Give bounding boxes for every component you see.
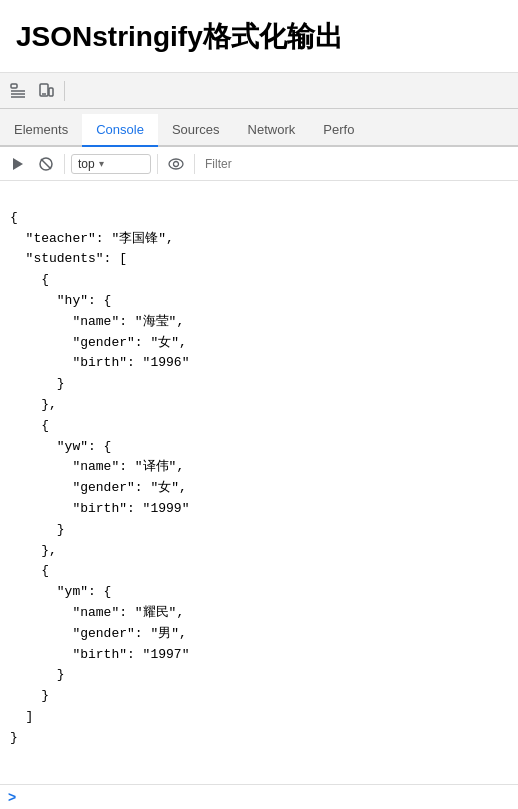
json-line: }, (8, 395, 518, 416)
json-line: "birth": "1999" (8, 499, 518, 520)
svg-rect-5 (49, 88, 53, 96)
json-line: "students": [ (8, 249, 518, 270)
json-line: { (8, 561, 518, 582)
svg-marker-7 (13, 158, 23, 170)
json-line: "name": "耀民", (8, 603, 518, 624)
json-line: { (8, 270, 518, 291)
json-line: "teacher": "李国锋", (8, 229, 518, 250)
json-line: "name": "海莹", (8, 312, 518, 333)
json-line: "birth": "1997" (8, 645, 518, 666)
json-line: "name": "译伟", (8, 457, 518, 478)
json-line: { (8, 416, 518, 437)
devtools-toolbar (0, 73, 518, 109)
json-line: "gender": "男", (8, 624, 518, 645)
inspect-icon[interactable] (4, 77, 32, 105)
tab-sources[interactable]: Sources (158, 114, 234, 147)
json-line: ] (8, 707, 518, 728)
tab-elements[interactable]: Elements (0, 114, 82, 147)
svg-point-11 (174, 161, 179, 166)
json-line: } (8, 665, 518, 686)
json-line: } (8, 520, 518, 541)
toolbar-sep-1 (64, 81, 65, 101)
json-line: "ym": { (8, 582, 518, 603)
json-output: { "teacher": "李国锋", "students": [ { "hy"… (0, 181, 518, 755)
context-selector[interactable]: top ▾ (71, 154, 151, 174)
json-line: { (8, 208, 518, 229)
json-line: } (8, 686, 518, 707)
json-line: "hy": { (8, 291, 518, 312)
tab-console[interactable]: Console (82, 114, 158, 147)
json-line: } (8, 728, 518, 749)
json-line: "yw": { (8, 437, 518, 458)
tab-performance[interactable]: Perfo (309, 114, 368, 147)
console-sep-2 (157, 154, 158, 174)
console-toolbar: top ▾ (0, 147, 518, 181)
console-input-row: > (0, 784, 518, 809)
page-title: JSONstringify格式化输出 (16, 18, 502, 56)
console-sep-3 (194, 154, 195, 174)
filter-input[interactable] (201, 157, 512, 171)
svg-line-9 (41, 159, 51, 169)
chevron-down-icon: ▾ (99, 158, 104, 169)
json-line: "birth": "1996" (8, 353, 518, 374)
json-line: }, (8, 541, 518, 562)
svg-point-10 (169, 159, 183, 169)
clear-button[interactable] (34, 152, 58, 176)
execute-button[interactable] (6, 152, 30, 176)
console-sep-1 (64, 154, 65, 174)
page-title-area: JSONstringify格式化输出 (0, 0, 518, 73)
tab-network[interactable]: Network (234, 114, 310, 147)
json-line: "gender": "女", (8, 333, 518, 354)
json-line: "gender": "女", (8, 478, 518, 499)
json-line: } (8, 374, 518, 395)
eye-icon[interactable] (164, 152, 188, 176)
svg-rect-0 (11, 84, 17, 88)
device-icon[interactable] (32, 77, 60, 105)
devtools-tabs: Elements Console Sources Network Perfo (0, 109, 518, 147)
console-prompt-icon: > (8, 789, 16, 805)
